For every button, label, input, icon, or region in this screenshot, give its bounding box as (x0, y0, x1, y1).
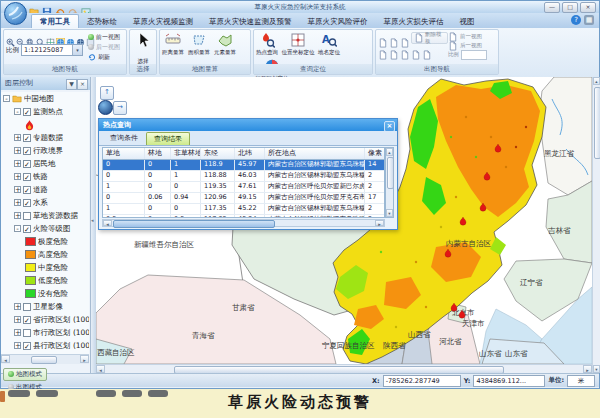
dialog-vertical-scrollbar[interactable]: ▴ ▾ (385, 147, 394, 218)
ribbon-tab[interactable]: 视图 (452, 15, 483, 28)
expander-icon[interactable]: + (14, 173, 21, 180)
zoom-in-icon[interactable] (6, 32, 15, 41)
tree-row[interactable]: +✓居民地 (1, 157, 89, 170)
view-icon[interactable] (81, 2, 91, 12)
globe-selected-icon[interactable] (56, 32, 65, 41)
ribbon-tab[interactable]: 草原火灾快速监测及预警 (201, 15, 300, 28)
tree-row[interactable]: +✓省行政区划 (100 (1, 313, 89, 326)
expander-icon[interactable]: + (14, 147, 21, 154)
table-row[interactable]: 001118.8846.03内蒙古自治区锡林郭勒盟东乌珠穆沁旗2 (103, 171, 384, 182)
dialog-tab[interactable]: 查询条件 (102, 131, 146, 145)
tree-row[interactable]: -中国地图 (1, 92, 89, 105)
table-row[interactable]: 00.060.94120.9649.15内蒙古自治区呼伦贝尔盟牙克石市17 (103, 193, 384, 204)
tree-row[interactable]: 没有危险 (1, 287, 89, 300)
app-logo-icon[interactable] (4, 2, 27, 25)
tree-row[interactable]: +✓道路 (1, 183, 89, 196)
scroll-down-icon[interactable]: ▾ (386, 209, 393, 217)
map-vertical-scrollbar[interactable]: ▴ ▾ (592, 77, 600, 373)
measure-button[interactable]: 元素量算 (213, 31, 237, 56)
query-button[interactable]: A地名定位 (317, 31, 341, 56)
tree-row[interactable]: +市行政区划 (100 (1, 326, 89, 339)
minimize-button[interactable]: — (544, 2, 560, 13)
column-header[interactable]: 东经 (201, 148, 235, 159)
scroll-right-icon[interactable]: ▸ (375, 220, 384, 226)
page-icon[interactable] (378, 45, 388, 55)
pan-icon[interactable] (46, 32, 55, 41)
page-icon[interactable] (389, 33, 399, 43)
prev-view-button[interactable]: 前一视图 (88, 32, 124, 42)
ribbon-tab[interactable]: 草原火灾视频监测 (125, 15, 201, 28)
expander-icon[interactable]: - (3, 95, 10, 102)
expander-icon[interactable]: + (14, 303, 21, 310)
map-mode-button[interactable]: 地图模式 (3, 368, 47, 381)
globe-dark-icon[interactable] (76, 32, 85, 41)
style-icon[interactable]: ▦ (584, 15, 594, 25)
tree-row[interactable]: 低度危险 (1, 274, 89, 287)
redo-icon[interactable] (68, 2, 78, 12)
expander-icon[interactable]: + (14, 186, 21, 193)
pin-icon[interactable]: ▼ (66, 79, 77, 90)
page-icon[interactable] (389, 45, 399, 55)
plot-scale-input[interactable] (461, 50, 487, 60)
scroll-left-icon[interactable]: ◂ (1, 355, 10, 363)
expander-icon[interactable]: + (14, 316, 21, 323)
scroll-up-icon[interactable]: ▴ (593, 77, 600, 85)
zoom-window-icon[interactable] (26, 32, 35, 41)
tree-row[interactable]: 高度危险 (1, 248, 89, 261)
expander-icon[interactable]: - (14, 225, 21, 232)
open-folder-icon[interactable] (29, 2, 39, 12)
measure-button[interactable]: 面积量算 (187, 31, 211, 56)
tree-row[interactable]: +✓专题数据 (1, 131, 89, 144)
expander-icon[interactable]: - (14, 108, 21, 115)
tree-row[interactable]: +✓行政境界 (1, 144, 89, 157)
layer-checkbox[interactable] (23, 212, 31, 220)
ribbon-tab[interactable]: 态势标绘 (79, 15, 125, 28)
expander-icon[interactable]: + (14, 160, 21, 167)
tree-row[interactable]: 极度危险 (1, 235, 89, 248)
tree-row[interactable]: -✓火险等级图 (1, 222, 89, 235)
layer-checkbox[interactable]: ✓ (23, 342, 31, 350)
scroll-right-icon[interactable]: ▸ (80, 355, 89, 363)
help-icon[interactable]: ? (571, 15, 581, 25)
page-icon[interactable] (411, 45, 421, 55)
layer-checkbox[interactable]: ✓ (23, 108, 31, 116)
pan-up-button[interactable]: ↑ (100, 86, 114, 100)
expander-icon[interactable]: + (14, 212, 21, 219)
column-header[interactable]: 非草林地 (171, 148, 201, 159)
column-header[interactable]: 像素 (365, 148, 383, 159)
select-button[interactable]: 选择 (131, 31, 155, 67)
tree-row[interactable] (1, 118, 89, 131)
column-header[interactable]: 北纬 (235, 148, 265, 159)
page-icon[interactable] (400, 33, 410, 43)
layer-checkbox[interactable]: ✓ (23, 160, 31, 168)
delete-template-button[interactable]: 删除模板 (411, 32, 448, 44)
layer-checkbox[interactable]: ✓ (23, 199, 31, 207)
tree-row[interactable]: +✓铁路 (1, 170, 89, 183)
dialog-title-bar[interactable]: 热点查询 × (99, 119, 397, 131)
table-row[interactable]: 100117.3545.22内蒙古自治区锡林郭勒盟东乌珠穆沁旗2 (103, 204, 384, 215)
expander-icon[interactable]: + (14, 134, 21, 141)
zoom-out-icon[interactable] (16, 32, 25, 41)
dialog-horizontal-scrollbar[interactable]: ◂ ▸ (102, 219, 385, 227)
page-icon[interactable] (378, 33, 388, 43)
scroll-up-icon[interactable]: ▴ (386, 148, 393, 156)
ribbon-tab[interactable]: 草原火灾损失评估 (376, 15, 452, 28)
chevron-down-icon[interactable]: ▾ (72, 45, 82, 55)
ribbon-tab[interactable]: 常用工具 (31, 14, 79, 28)
scale-combo[interactable]: 1:12125087 ▾ (21, 44, 83, 56)
expander-icon[interactable]: + (14, 342, 21, 349)
tree-row[interactable]: -✓监测热点 (1, 105, 89, 118)
tree-row[interactable]: +✓水系 (1, 196, 89, 209)
table-row[interactable]: 100119.3547.61内蒙古自治区呼伦贝尔盟新巴尔虎左旗2 (103, 182, 384, 193)
page-icon[interactable] (400, 45, 410, 55)
measure-button[interactable]: 距离量算 (161, 31, 185, 56)
tree-row[interactable]: +草地资源数据 (1, 209, 89, 222)
zoom-full-icon[interactable] (36, 32, 45, 41)
dialog-tab[interactable]: 查询结果 (146, 132, 190, 145)
expander-icon[interactable]: + (14, 329, 21, 336)
save-icon[interactable] (42, 2, 52, 12)
undo-icon[interactable] (55, 2, 65, 12)
globe-icon[interactable] (66, 32, 75, 41)
maximize-button[interactable]: □ (562, 2, 578, 13)
layer-checkbox[interactable] (23, 303, 31, 311)
